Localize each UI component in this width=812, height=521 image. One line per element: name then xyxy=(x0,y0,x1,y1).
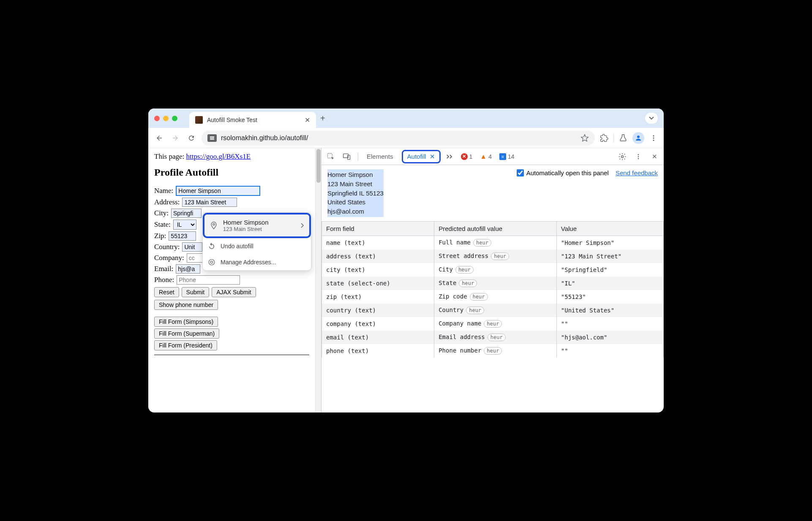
error-count[interactable]: ✕1 xyxy=(461,153,473,160)
undo-icon xyxy=(208,242,215,250)
auto-open-checkbox[interactable] xyxy=(517,169,524,176)
ajax-submit-button[interactable]: AJAX Submit xyxy=(212,287,256,297)
table-row[interactable]: address (text) Street addressheur "123 M… xyxy=(322,250,664,263)
cell-field: state (select-one) xyxy=(322,277,434,290)
site-controls-icon[interactable] xyxy=(207,134,217,142)
devtools-tabbar: Elements Autofill✕ ✕1 ▲4 ≡14 ✕ xyxy=(322,148,664,165)
settings-icon[interactable] xyxy=(617,152,627,162)
warning-count[interactable]: ▲4 xyxy=(480,153,492,160)
svg-rect-8 xyxy=(348,155,350,159)
info-count[interactable]: ≡14 xyxy=(499,153,515,160)
chrome-icon xyxy=(208,258,215,266)
cell-value: "123 Main Street" xyxy=(556,250,663,263)
cell-value: "hjs@aol.com" xyxy=(556,331,663,344)
show-phone-button[interactable]: Show phone number xyxy=(154,300,218,310)
cell-value: "United States" xyxy=(556,304,663,317)
manage-addresses-item[interactable]: Manage Addresses... xyxy=(203,254,311,270)
col-form-field[interactable]: Form field xyxy=(322,221,434,236)
close-window-button[interactable] xyxy=(154,116,160,121)
table-row[interactable]: company (text) Company nameheur "" xyxy=(322,317,664,331)
name-label: Name: xyxy=(154,187,173,195)
svg-point-9 xyxy=(621,155,624,157)
tab-title: Autofill Smoke Test xyxy=(207,117,300,123)
auto-open-label: Automatically open this panel xyxy=(526,169,609,176)
browser-tab[interactable]: Autofill Smoke Test ✕ xyxy=(189,112,316,128)
send-feedback-link[interactable]: Send feedback xyxy=(616,169,658,176)
bookmark-star-icon[interactable] xyxy=(580,134,589,142)
cell-value: "IL" xyxy=(556,277,663,290)
autofill-suggestion[interactable]: Homer Simpson 123 Main Street xyxy=(203,213,311,238)
page-scrollbar[interactable] xyxy=(315,148,321,412)
divider xyxy=(154,355,309,355)
close-tab-button[interactable]: ✕ xyxy=(305,116,310,124)
inspect-icon[interactable] xyxy=(326,152,336,162)
zip-input[interactable] xyxy=(169,231,196,241)
cell-predicted: Countryheur xyxy=(434,304,557,317)
col-value[interactable]: Value xyxy=(556,221,663,236)
maximize-window-button[interactable] xyxy=(172,116,177,121)
reset-button[interactable]: Reset xyxy=(154,287,179,297)
autofill-table: Form field Predicted autofill value Valu… xyxy=(322,221,664,412)
city-input[interactable] xyxy=(171,209,202,218)
profile-avatar[interactable] xyxy=(632,132,644,144)
table-row[interactable]: state (select-one) Stateheur "IL" xyxy=(322,277,664,290)
company-input[interactable] xyxy=(187,253,203,263)
table-row[interactable]: city (text) Cityheur "Springfield" xyxy=(322,263,664,277)
new-tab-button[interactable]: + xyxy=(320,114,325,123)
state-select[interactable]: IL xyxy=(173,220,196,230)
reload-button[interactable] xyxy=(185,132,197,144)
minimize-window-button[interactable] xyxy=(163,116,169,121)
devtools-panel: Elements Autofill✕ ✕1 ▲4 ≡14 ✕ Homer Sim… xyxy=(321,148,664,412)
chevron-right-icon xyxy=(301,223,304,228)
cell-field: zip (text) xyxy=(322,290,434,304)
close-devtools-button[interactable]: ✕ xyxy=(649,152,659,162)
address-input[interactable] xyxy=(182,198,237,207)
phone-input[interactable] xyxy=(177,275,240,285)
device-toggle-icon[interactable] xyxy=(342,152,352,162)
more-tabs-button[interactable] xyxy=(447,155,453,159)
address-bar[interactable]: rsolomakhin.github.io/autofill/ xyxy=(202,130,595,146)
tab-autofill[interactable]: Autofill✕ xyxy=(402,150,441,163)
info-icon: ≡ xyxy=(499,153,506,160)
cell-predicted: Street addressheur xyxy=(434,250,557,263)
col-predicted[interactable]: Predicted autofill value xyxy=(434,221,557,236)
address-preview: Homer Simpson 123 Main Street Springfiel… xyxy=(327,169,384,217)
toolbar: rsolomakhin.github.io/autofill/ xyxy=(148,128,664,148)
table-row[interactable]: name (text) Full nameheur "Homer Simpson… xyxy=(322,236,664,250)
scroll-thumb[interactable] xyxy=(316,149,321,183)
table-row[interactable]: zip (text) Zip codeheur "55123" xyxy=(322,290,664,304)
email-input[interactable] xyxy=(176,264,200,274)
phone-label: Phone: xyxy=(154,276,174,284)
tabs-dropdown-button[interactable] xyxy=(645,113,658,124)
submit-button[interactable]: Submit xyxy=(182,287,210,297)
window-controls xyxy=(154,116,177,121)
svg-point-10 xyxy=(638,154,639,155)
table-row[interactable]: country (text) Countryheur "United State… xyxy=(322,304,664,317)
table-row[interactable]: phone (text) Phone numberheur "" xyxy=(322,344,664,358)
page-short-link[interactable]: https://goo.gl/B6Xs1E xyxy=(186,152,251,160)
suggestion-name: Homer Simpson xyxy=(223,219,296,226)
fill-superman-button[interactable]: Fill Form (Superman) xyxy=(154,328,219,339)
cell-predicted: Full nameheur xyxy=(434,236,557,250)
browser-menu-button[interactable] xyxy=(649,133,659,143)
extensions-icon[interactable] xyxy=(599,133,609,143)
browser-window: Autofill Smoke Test ✕ + rsolomakhin.gith… xyxy=(148,109,664,412)
back-button[interactable] xyxy=(153,132,165,144)
page-content: This page: https://goo.gl/B6Xs1E Profile… xyxy=(148,148,315,412)
undo-autofill-item[interactable]: Undo autofill xyxy=(203,238,311,254)
cell-predicted: Zip codeheur xyxy=(434,290,557,304)
forward-button[interactable] xyxy=(169,132,181,144)
cell-field: city (text) xyxy=(322,263,434,277)
devtools-menu-icon[interactable] xyxy=(633,152,643,162)
country-input[interactable] xyxy=(182,242,202,252)
country-label: Country: xyxy=(154,243,180,251)
tab-elements[interactable]: Elements xyxy=(364,151,396,162)
fill-president-button[interactable]: Fill Form (President) xyxy=(154,340,217,350)
close-tab-icon[interactable]: ✕ xyxy=(430,153,435,160)
cell-predicted: Company nameheur xyxy=(434,317,557,331)
table-row[interactable]: email (text) Email addressheur "hjs@aol.… xyxy=(322,331,664,344)
company-label: Company: xyxy=(154,254,184,262)
name-input[interactable] xyxy=(176,186,260,196)
labs-icon[interactable] xyxy=(618,133,628,143)
fill-simpsons-button[interactable]: Fill Form (Simpsons) xyxy=(154,317,218,327)
